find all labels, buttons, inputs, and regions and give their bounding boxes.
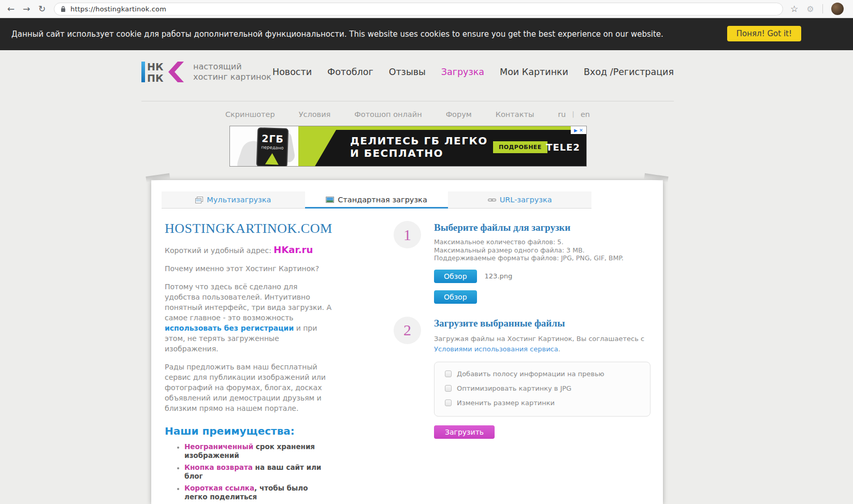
- lang-separator: |: [572, 110, 574, 118]
- list-item: Короткая ссылка, чтобы было легко подели…: [184, 484, 332, 501]
- nav-login-register[interactable]: Вход /Регистрация: [584, 67, 674, 77]
- nav-photoblog[interactable]: Фотоблог: [327, 67, 373, 77]
- step-1-number: 1: [394, 221, 421, 248]
- nav-news[interactable]: Новости: [272, 67, 312, 77]
- url-text: https://hostingkartinok.com: [70, 5, 166, 13]
- option-optimize-jpg[interactable]: Оптимизировать картинку в JPG: [445, 384, 650, 392]
- back-icon[interactable]: ←: [3, 4, 19, 14]
- subnav-forum[interactable]: Форум: [446, 110, 472, 118]
- site-logo[interactable]: НК ПК: [141, 60, 187, 84]
- terms-link[interactable]: Условиями использования сервиса: [434, 345, 558, 353]
- svg-text:НК: НК: [147, 61, 164, 72]
- upload-tabs: Мультизагрузка Стандартная загрузка URL-…: [162, 191, 591, 209]
- url-upload-icon: [488, 198, 496, 202]
- step-1-title: Выберите файлы для загрузки: [434, 222, 624, 233]
- selected-file-name: 123.png: [485, 272, 513, 280]
- subnav-contacts[interactable]: Контакты: [496, 110, 534, 118]
- subnav-terms[interactable]: Условия: [299, 110, 331, 118]
- browse-button-1[interactable]: Обзор: [434, 270, 477, 283]
- ad-lime-strip: [291, 126, 586, 130]
- browse-button-2[interactable]: Обзор: [434, 290, 477, 304]
- nav-reviews[interactable]: Отзывы: [389, 67, 426, 77]
- intro-paragraph-2: Рады предложить вам наш бесплатный серви…: [165, 362, 332, 413]
- subnav-photoshop-online[interactable]: Фотошоп онлайн: [354, 110, 422, 118]
- extension-icon[interactable]: ⚙: [806, 4, 814, 14]
- ad-cta-button[interactable]: ПОДРОБНЕЕ: [493, 141, 547, 153]
- tab-multi-upload[interactable]: Мультизагрузка: [162, 191, 305, 208]
- svg-text:ПК: ПК: [147, 72, 164, 84]
- lang-en[interactable]: en: [581, 110, 590, 118]
- step-2-number: 2: [394, 317, 421, 344]
- upload-column: 1 Выберите файлы для загрузки Максимальн…: [394, 221, 653, 439]
- max-files-note: Максимальное количество файлов: 5.: [434, 238, 624, 246]
- sheet-fold-right: [644, 173, 668, 183]
- tab-standard-upload[interactable]: Стандартная загрузка: [305, 191, 449, 208]
- nav-my-pictures[interactable]: Мои Картинки: [500, 67, 568, 77]
- why-question: Почему именно этот Хостинг Картинок?: [165, 263, 332, 274]
- refresh-icon[interactable]: ↻: [34, 4, 50, 14]
- checkbox-optimize-jpg[interactable]: [445, 385, 452, 392]
- max-size-note: Максимальный размер одного файла: 3 MB.: [434, 246, 624, 255]
- sheet-fold-left: [146, 173, 170, 183]
- cookie-accept-button[interactable]: Понял! Got it!: [727, 26, 801, 41]
- upload-arrow-icon: [265, 153, 279, 165]
- list-item: Кнопка возврата на ваш сайт или блог: [184, 463, 332, 481]
- logo-icon: НК ПК: [141, 60, 187, 84]
- step-2: 2 Загрузите выбранные файлы Загружая фай…: [394, 317, 653, 439]
- no-registration-link[interactable]: использовать без регистрации: [165, 324, 294, 332]
- option-info-strip[interactable]: Добавить полосу информации на превью: [445, 370, 650, 378]
- ad-badge-label: передано: [261, 144, 284, 151]
- cookie-message: Данный сайт использует cookie для работы…: [11, 29, 663, 39]
- option-resize[interactable]: Изменить размер картинки: [445, 399, 650, 407]
- main-nav: Новости Фотоблог Отзывы Загрузка Мои Кар…: [272, 67, 674, 77]
- site-header: НК ПК настоящий хостинг картинок Новости…: [141, 50, 674, 94]
- profile-avatar[interactable]: [831, 3, 844, 15]
- tab-url-upload[interactable]: URL-загрузка: [448, 191, 591, 208]
- short-address-link[interactable]: HKar.ru: [273, 244, 313, 255]
- lang-ru[interactable]: ru: [558, 110, 566, 118]
- list-item: Неограниченный срок хранения изображений: [184, 442, 332, 460]
- main-content-sheet: Мультизагрузка Стандартная загрузка URL-…: [151, 180, 663, 504]
- ad-banner[interactable]: 2ГБ передано ДЕЛИТЕСЬ ГБ ЛЕГКО И БЕСПЛАТ…: [229, 126, 587, 167]
- ad-badge-value: 2ГБ: [262, 132, 284, 144]
- file-row: Обзор 123.png: [434, 270, 624, 283]
- address-bar[interactable]: https://hostingkartinok.com: [54, 3, 783, 16]
- formats-note: Поддерживаемые форматы файлов: JPG, PNG,…: [434, 254, 624, 262]
- advantages-list: Неограниченный срок хранения изображений…: [165, 442, 332, 504]
- checkbox-info-strip[interactable]: [445, 370, 452, 377]
- secondary-nav: Скриншотер Условия Фотошоп онлайн Форум …: [141, 101, 674, 126]
- step-2-title: Загрузите выбранные файлы: [434, 318, 650, 329]
- advantages-title: Наши преимущества:: [165, 425, 332, 437]
- standard-upload-icon: [326, 197, 334, 203]
- ad-brand-logo: TELE2: [546, 142, 580, 153]
- forward-icon[interactable]: →: [19, 4, 34, 14]
- phone-image: 2ГБ передано: [256, 127, 289, 167]
- upload-button[interactable]: Загрузить: [434, 425, 495, 439]
- adchoices-icon[interactable]: ▶✕: [571, 126, 586, 134]
- file-row: Обзор: [434, 290, 624, 304]
- terms-note: Загружая файлы на Хостинг Картинок, Вы с…: [434, 334, 650, 354]
- step-1: 1 Выберите файлы для загрузки Максимальн…: [394, 221, 653, 304]
- bookmark-star-icon[interactable]: ☆: [790, 4, 798, 14]
- subnav-screenshoter[interactable]: Скриншотер: [225, 110, 275, 118]
- cookie-banner: Данный сайт использует cookie для работы…: [0, 18, 853, 50]
- intro-paragraph-1: Потому что здесь всё сделано для удобств…: [165, 281, 332, 354]
- lock-icon: [61, 6, 66, 12]
- browser-chrome: ← → ↻ https://hostingkartinok.com ☆ ⚙: [0, 0, 853, 18]
- upload-options-box: Добавить полосу информации на превью Опт…: [434, 362, 650, 417]
- multi-upload-icon: [195, 197, 203, 203]
- logo-tagline: настоящий хостинг картинок: [193, 62, 271, 82]
- site-title: HOSTINGKARTINOK.COM: [165, 221, 332, 236]
- ad-headline: ДЕЛИТЕСЬ ГБ ЛЕГКО И БЕСПЛАТНО: [350, 135, 488, 159]
- short-address-line: Короткий и удобный адрес: HKar.ru: [165, 244, 332, 255]
- toolbar-divider: [822, 4, 823, 13]
- nav-upload[interactable]: Загрузка: [441, 67, 484, 77]
- checkbox-resize[interactable]: [445, 399, 452, 406]
- intro-column: HOSTINGKARTINOK.COM Короткий и удобный а…: [165, 221, 332, 504]
